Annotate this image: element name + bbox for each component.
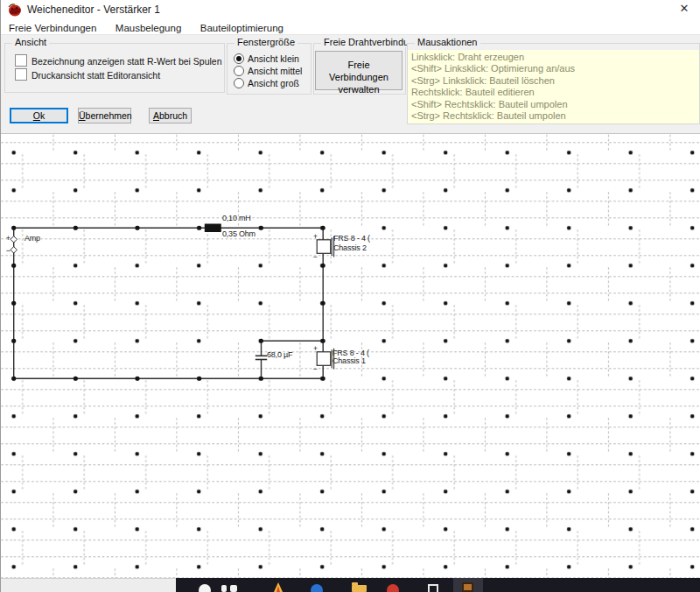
menu-mausbelegung[interactable]: Mausbelegung xyxy=(108,21,188,33)
inductor-symbol[interactable] xyxy=(205,224,221,233)
speaker2-name-label: FRS 8 - 4 ( xyxy=(333,234,370,243)
group-mausaktionen-label: Mausaktionen xyxy=(415,37,480,47)
mausaktionen-legend: Linksklick: Draht erzeugen <Shift> Links… xyxy=(408,50,699,123)
radio-ansicht-gross[interactable]: Ansicht groß xyxy=(234,78,299,89)
radio-ansicht-mittel-label[interactable]: Ansicht mittel xyxy=(248,66,302,76)
taskbar-app-icon[interactable] xyxy=(387,584,399,592)
taskbar-app-icon[interactable] xyxy=(274,582,283,592)
ok-button[interactable]: Ok xyxy=(10,108,68,123)
group-mausaktionen: Mausaktionen Linksklick: Draht erzeugen … xyxy=(407,43,700,124)
group-freie-drahtverbindungen-label: Freie Drahtverbindungen xyxy=(321,37,407,47)
group-ansicht: Ansicht Bezeichnung anzeigen statt R-Wer… xyxy=(4,43,225,93)
uebernehmen-button[interactable]: Übernehmen xyxy=(78,108,131,123)
taskbar xyxy=(176,578,700,592)
group-fenstergroesse-label: Fenstergröße xyxy=(234,37,298,47)
checkbox-bezeichnung-box[interactable] xyxy=(15,54,27,67)
speaker1-plus-sign: + xyxy=(313,344,318,353)
legend-line: <Shift> Linksklick: Optimierung an/aus xyxy=(411,63,696,74)
menu-freie-verbindungen[interactable]: Freie Verbindungen xyxy=(2,21,103,33)
taskbar-app-icon[interactable] xyxy=(199,584,211,592)
legend-line: Rechtsklick: Bauteil editieren xyxy=(411,87,696,98)
taskbar-app-icon[interactable] xyxy=(428,584,438,592)
checkbox-bezeichnung[interactable]: Bezeichnung anzeigen statt R-Wert bei Sp… xyxy=(15,54,222,67)
checkbox-druckansicht[interactable]: Druckansicht statt Editoransicht xyxy=(15,68,160,81)
group-freie-drahtverbindungen: Freie Drahtverbindungen Freie Verbindung… xyxy=(313,43,406,95)
window-bottom-strip xyxy=(1,578,176,592)
menu-bar: Freie Verbindungen Mausbelegung Bauteilo… xyxy=(1,19,700,35)
group-ansicht-label: Ansicht xyxy=(12,37,49,47)
freie-verbindungen-verwalten-button[interactable]: Freie Verbindungenverwalten xyxy=(315,51,402,90)
toolbar-panel: Ansicht Bezeichnung anzeigen statt R-Wer… xyxy=(1,35,700,133)
speaker2-chassis-label: Chassis 2 xyxy=(333,243,367,252)
speaker1-minus-sign: − xyxy=(313,364,318,373)
abbruch-button[interactable]: Abbruch xyxy=(149,108,192,123)
taskbar-active-app-icon xyxy=(462,582,473,592)
radio-ansicht-mittel-circle[interactable] xyxy=(234,66,244,76)
radio-ansicht-gross-circle[interactable] xyxy=(234,78,244,88)
legend-line: <Strg> Linksklick: Bauteil löschen xyxy=(411,75,696,87)
checkbox-druckansicht-box[interactable] xyxy=(15,68,27,81)
close-button[interactable]: ✕ xyxy=(676,2,692,15)
group-fenstergroesse: Fenstergröße Ansicht klein Ansicht mitte… xyxy=(227,43,312,95)
legend-line: Linksklick: Draht erzeugen xyxy=(411,52,696,63)
taskbar-app-icon[interactable] xyxy=(311,584,323,592)
checkbox-druckansicht-label[interactable]: Druckansicht statt Editoransicht xyxy=(32,70,160,81)
taskbar-active-app[interactable] xyxy=(453,578,483,592)
radio-ansicht-klein-label[interactable]: Ansicht klein xyxy=(248,53,299,64)
title-bar: Weicheneditor - Verstärker 1 ✕ xyxy=(1,0,700,19)
window-title: Weicheneditor - Verstärker 1 xyxy=(27,4,160,16)
taskbar-app-icon[interactable] xyxy=(221,585,227,592)
speaker1-chassis-label: Chassis 1 xyxy=(332,356,366,365)
capacitor-value-label: 68,0 µF xyxy=(267,350,292,359)
inductor-value-label: 0,10 mH xyxy=(222,214,251,222)
app-icon xyxy=(7,3,22,17)
menu-bauteiloptimierung[interactable]: Bauteiloptimierung xyxy=(193,21,290,33)
circuit-canvas[interactable]: + − + − + − xyxy=(1,133,700,578)
amp-minus-sign: − xyxy=(6,246,10,255)
amp-label: Amp xyxy=(24,234,40,243)
app-window: Weicheneditor - Verstärker 1 ✕ Freie Ver… xyxy=(0,0,700,592)
inductor-resistance-label: 0,35 Ohm xyxy=(222,229,256,238)
speaker2-plus-sign: + xyxy=(313,232,318,241)
amp-plus-sign: + xyxy=(6,234,10,243)
taskbar-app-icon[interactable] xyxy=(230,585,237,592)
radio-ansicht-klein-circle[interactable] xyxy=(234,53,244,64)
legend-line: <Strg> Rechtsklick: Bauteil umpolen xyxy=(411,110,696,122)
radio-ansicht-klein[interactable]: Ansicht klein xyxy=(234,53,299,65)
checkbox-bezeichnung-label[interactable]: Bezeichnung anzeigen statt R-Wert bei Sp… xyxy=(32,56,222,67)
legend-line: <Shift> Rechtsklick: Bauteil umpolen xyxy=(411,99,696,110)
taskbar-folder-icon[interactable] xyxy=(352,585,367,592)
speaker2-minus-sign: − xyxy=(313,252,318,261)
radio-ansicht-gross-label[interactable]: Ansicht groß xyxy=(248,78,299,88)
radio-ansicht-mittel[interactable]: Ansicht mittel xyxy=(234,66,302,77)
